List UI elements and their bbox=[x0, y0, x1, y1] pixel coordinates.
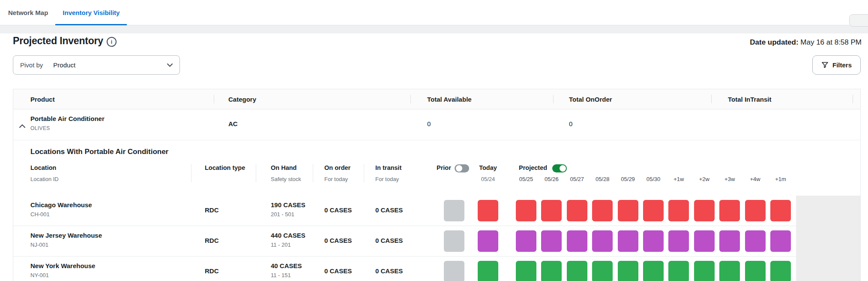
projected-cell[interactable] bbox=[516, 200, 536, 221]
date-updated-value: May 16 at 8:58 PM bbox=[799, 38, 862, 46]
projected-date-label: +1w bbox=[668, 176, 689, 182]
collapse-caret-icon[interactable] bbox=[19, 122, 25, 130]
pivot-by-select[interactable]: Pivot by Product bbox=[13, 55, 180, 75]
col-total-onorder: Total OnOrder bbox=[569, 89, 612, 109]
prior-cell[interactable] bbox=[444, 200, 464, 221]
on-order-value: 0 CASES bbox=[324, 206, 352, 214]
locations-rows: Chicago WarehouseCH-001RDC190 CASES201 -… bbox=[13, 196, 860, 281]
subcol-location: Location bbox=[30, 164, 56, 171]
toggle-knob bbox=[560, 165, 566, 172]
subcol-on-order-fortoday: For today bbox=[324, 176, 348, 182]
projected-cell[interactable] bbox=[592, 261, 613, 281]
projected-cell[interactable] bbox=[567, 261, 587, 281]
subheader-separator bbox=[256, 164, 256, 182]
subcol-safety-stock: Safety stock bbox=[271, 176, 301, 182]
page-divider-strip bbox=[0, 25, 868, 33]
projected-cell[interactable] bbox=[541, 261, 562, 281]
location-name: New Jersey Warehouse bbox=[30, 232, 102, 239]
subcol-today: Today bbox=[478, 164, 498, 171]
projected-cell[interactable] bbox=[541, 200, 562, 221]
projected-cell[interactable] bbox=[567, 200, 587, 221]
projected-cell[interactable] bbox=[592, 230, 613, 252]
projected-cell[interactable] bbox=[618, 261, 638, 281]
header-separator bbox=[853, 95, 853, 103]
projected-cell[interactable] bbox=[592, 200, 613, 221]
projected-cell[interactable] bbox=[745, 230, 766, 252]
projected-cell[interactable] bbox=[618, 230, 638, 252]
in-transit-value: 0 CASES bbox=[375, 206, 403, 214]
pivot-by-value: Product bbox=[53, 61, 75, 69]
subcol-prior: Prior bbox=[437, 164, 451, 171]
prior-cell[interactable] bbox=[444, 230, 464, 252]
projected-cell[interactable] bbox=[719, 230, 740, 252]
projected-toggle[interactable] bbox=[552, 164, 567, 172]
location-name: New York Warehouse bbox=[30, 262, 95, 269]
locations-panel-title: Locations With Portable Air Conditioner bbox=[30, 148, 168, 156]
projected-cell[interactable] bbox=[694, 230, 715, 252]
today-date-label: 05/24 bbox=[478, 176, 498, 182]
projected-date-label: 05/30 bbox=[643, 176, 664, 182]
page-title: Projected Inventory bbox=[13, 35, 103, 47]
location-type: RDC bbox=[205, 206, 219, 214]
total-available-value: 0 bbox=[427, 120, 431, 127]
subcol-in-transit: In transit bbox=[375, 164, 401, 171]
tab-inventory-visibility[interactable]: Inventory Visibility bbox=[55, 0, 127, 25]
today-cell[interactable] bbox=[478, 261, 498, 281]
projected-cell[interactable] bbox=[668, 230, 689, 252]
header-separator bbox=[410, 95, 411, 103]
subcol-location-type: Location type bbox=[205, 164, 245, 171]
projected-cell[interactable] bbox=[618, 200, 638, 221]
projected-cell[interactable] bbox=[770, 230, 791, 252]
projected-cell[interactable] bbox=[694, 200, 715, 221]
projected-cell[interactable] bbox=[516, 230, 536, 252]
projected-cell[interactable] bbox=[745, 200, 766, 221]
prior-toggle[interactable] bbox=[455, 164, 469, 172]
projected-date-label: +3w bbox=[719, 176, 740, 182]
projected-cell[interactable] bbox=[643, 261, 664, 281]
projected-cell[interactable] bbox=[643, 200, 664, 221]
tab-network-map[interactable]: Network Map bbox=[1, 0, 55, 25]
projected-cell[interactable] bbox=[770, 200, 791, 221]
projected-cell[interactable] bbox=[541, 230, 562, 252]
location-id: NY-001 bbox=[30, 272, 49, 278]
info-icon[interactable]: i bbox=[107, 37, 117, 47]
col-total-intransit: Total InTransit bbox=[728, 89, 771, 109]
location-type: RDC bbox=[205, 267, 219, 275]
on-hand-value: 440 CASES bbox=[271, 232, 305, 239]
header-separator bbox=[553, 95, 554, 103]
subcol-projected: Projected bbox=[519, 164, 547, 171]
on-order-value: 0 CASES bbox=[324, 267, 352, 275]
product-row: Portable Air Conditioner OLIVES AC 0 0 bbox=[13, 109, 860, 140]
projected-cell[interactable] bbox=[770, 261, 791, 281]
location-type: RDC bbox=[205, 237, 219, 244]
filters-button-label: Filters bbox=[832, 61, 852, 69]
projected-cell[interactable] bbox=[668, 200, 689, 221]
projected-cell[interactable] bbox=[719, 261, 740, 281]
projected-cell[interactable] bbox=[567, 230, 587, 252]
cutoff-edge-button[interactable] bbox=[849, 14, 868, 27]
filter-funnel-icon bbox=[821, 61, 829, 69]
projected-date-label: +1m bbox=[770, 176, 791, 182]
projected-cell[interactable] bbox=[745, 261, 766, 281]
col-total-available: Total Available bbox=[427, 89, 472, 109]
projected-cell[interactable] bbox=[668, 261, 689, 281]
prior-cell[interactable] bbox=[444, 261, 464, 281]
total-onorder-value: 0 bbox=[569, 120, 572, 127]
projected-cell[interactable] bbox=[516, 261, 536, 281]
pivot-table-header: Product Category Total Available Total O… bbox=[13, 89, 860, 109]
location-id: CH-001 bbox=[30, 211, 50, 218]
today-cell[interactable] bbox=[478, 200, 498, 221]
locations-panel: Locations With Portable Air Conditioner … bbox=[13, 140, 860, 281]
projected-cell[interactable] bbox=[643, 230, 664, 252]
col-product: Product bbox=[30, 89, 55, 109]
projected-cell[interactable] bbox=[719, 200, 740, 221]
on-order-value: 0 CASES bbox=[324, 237, 352, 244]
today-cell[interactable] bbox=[478, 230, 498, 252]
location-row: New York WarehouseNY-001RDC40 CASES11 - … bbox=[13, 257, 796, 281]
subcol-in-transit-fortoday: For today bbox=[375, 176, 399, 182]
in-transit-value: 0 CASES bbox=[375, 237, 403, 244]
filters-button[interactable]: Filters bbox=[812, 55, 861, 75]
location-row: New Jersey WarehouseNJ-001RDC440 CASES11… bbox=[13, 226, 796, 257]
safety-stock-value: 11 - 151 bbox=[271, 272, 291, 278]
projected-cell[interactable] bbox=[694, 261, 715, 281]
